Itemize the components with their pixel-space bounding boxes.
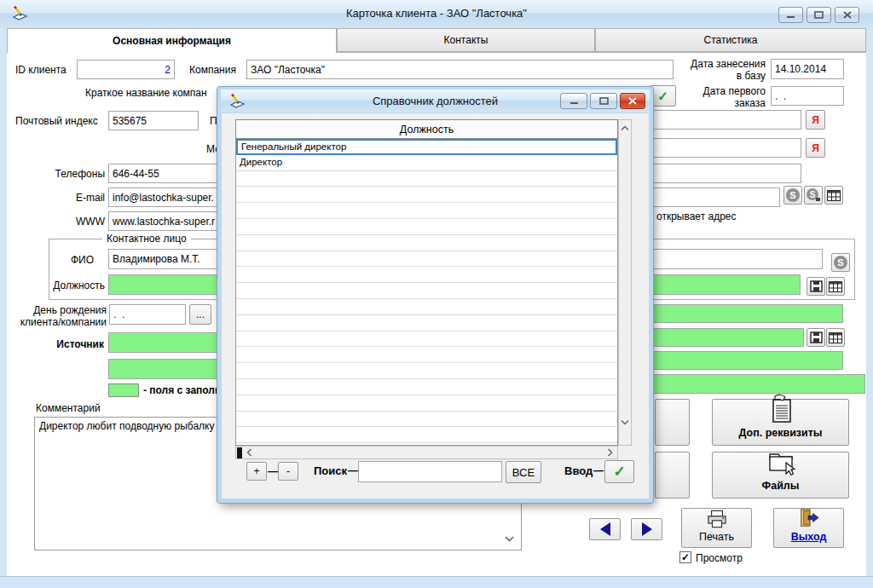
opens-address-note: открывает адрес [656, 210, 737, 222]
date-added-input[interactable] [771, 59, 844, 79]
scroll-down-icon[interactable] [619, 416, 631, 428]
grid-icon[interactable] [826, 328, 845, 347]
enter-label: Ввод [564, 464, 593, 477]
skype-icon[interactable]: S [831, 253, 850, 272]
remove-row-button[interactable]: - [278, 462, 298, 481]
minimize-button[interactable] [778, 7, 803, 23]
scroll-up-icon[interactable] [619, 122, 631, 134]
first-order-label: Дата первого заказа [680, 85, 766, 109]
list-item[interactable] [236, 219, 617, 235]
check-icon: ✓ [613, 463, 625, 481]
column-header-label: Должность [400, 124, 454, 135]
button-label: Доп. реквизиты [738, 427, 822, 439]
tab-statistics[interactable]: Статистика [595, 28, 866, 52]
hidden-button-2[interactable] [655, 452, 690, 499]
postal-code-label: Почтовый индекс [15, 115, 98, 127]
list-item[interactable] [236, 315, 617, 331]
dialog-close-button[interactable] [620, 93, 645, 109]
green-field-r1[interactable] [652, 304, 843, 323]
birthday-input[interactable] [109, 304, 186, 325]
list-item[interactable] [236, 299, 617, 315]
exit-door-icon [798, 508, 820, 528]
dialog-minimize-button[interactable] [560, 93, 587, 109]
list-item[interactable] [236, 395, 617, 412]
list-item[interactable] [236, 283, 617, 299]
list-item[interactable] [236, 235, 617, 251]
list-item[interactable] [236, 427, 617, 443]
scroll-down-icon[interactable] [505, 535, 514, 542]
add-row-button[interactable]: + [246, 462, 267, 481]
list-item[interactable] [236, 331, 617, 348]
list-item[interactable] [236, 379, 617, 395]
dialog-maximize-button[interactable] [590, 93, 617, 109]
tab-main-info[interactable]: Основная информация [7, 28, 337, 53]
ellipsis-button[interactable]: ... [189, 304, 211, 325]
preview-checkbox[interactable]: ✓ [679, 551, 691, 563]
confirm-button[interactable]: ✓ [604, 460, 634, 483]
company-ok-button[interactable]: ✓ [650, 85, 676, 107]
extra-requisites-button[interactable]: Доп. реквизиты [712, 399, 849, 446]
birthday-label: День рождения клиента/компании [5, 304, 107, 328]
tab-label: Основная информация [113, 35, 231, 47]
main-titlebar: Карточка клиента - ЗАО "Ласточка" [0, 0, 873, 29]
close-button[interactable] [835, 7, 859, 23]
green-field-r3[interactable] [652, 351, 843, 370]
folder-cursor-icon [764, 448, 798, 477]
skype-call-icon[interactable]: S [804, 186, 823, 205]
next-record-button[interactable] [631, 518, 662, 540]
reference-icon[interactable] [807, 277, 825, 296]
skype-icon[interactable]: S [783, 186, 802, 205]
client-id-input[interactable] [77, 60, 175, 79]
list-item[interactable]: Генеральный директор [236, 139, 617, 155]
list-item[interactable] [236, 412, 617, 428]
dash-connector: — [268, 465, 278, 477]
files-button[interactable]: Файлы [712, 452, 849, 499]
vertical-scrollbar[interactable] [618, 119, 632, 446]
first-order-input[interactable] [771, 86, 844, 106]
list-item[interactable] [236, 203, 617, 219]
yandex-button-2[interactable]: Я [806, 138, 825, 158]
list-item[interactable] [236, 171, 617, 187]
ya-letter: Я [812, 114, 819, 126]
svg-text:S: S [837, 257, 843, 268]
list-item[interactable] [236, 267, 617, 283]
hidden-button-1[interactable] [655, 399, 690, 446]
search-input[interactable] [358, 461, 502, 482]
green-field-r2[interactable] [652, 328, 804, 347]
maximize-button[interactable] [807, 7, 831, 23]
green-field-r4[interactable] [652, 374, 865, 394]
tab-label: Контакты [444, 34, 489, 46]
client-id-label: ID клиента [15, 64, 66, 76]
list-item[interactable] [236, 187, 617, 203]
svg-text:S: S [810, 190, 816, 199]
scrollbar-thumb[interactable] [237, 447, 242, 458]
prev-record-button[interactable] [589, 518, 621, 540]
phones-label: Телефоны [34, 168, 105, 180]
postal-code-input[interactable] [108, 111, 199, 130]
position-label: Должность [34, 280, 105, 291]
list-item[interactable] [236, 347, 617, 363]
list-item[interactable] [236, 363, 617, 379]
list-item[interactable]: Директор [236, 155, 617, 171]
company-input[interactable] [246, 60, 674, 79]
horizontal-scrollbar[interactable] [235, 446, 618, 459]
green-legend-swatch [108, 383, 139, 397]
fio-label: ФИО [34, 254, 94, 266]
left-frame [0, 28, 7, 576]
print-button[interactable]: Печать [681, 508, 752, 548]
button-label: Печать [699, 531, 734, 543]
grid-icon[interactable] [826, 277, 845, 296]
comment-label: Комментарий [36, 402, 101, 414]
tab-label: Статистика [703, 34, 757, 46]
all-button[interactable]: ВСЕ [506, 461, 541, 483]
grid-icon[interactable] [824, 186, 843, 205]
yandex-button-1[interactable]: Я [806, 110, 825, 130]
list-item[interactable] [236, 251, 617, 268]
right-frame [866, 28, 873, 576]
scroll-left-icon[interactable] [243, 447, 255, 458]
tab-contacts[interactable]: Контакты [337, 28, 595, 52]
reference-icon[interactable] [807, 328, 825, 347]
button-label: Файлы [762, 480, 800, 492]
scroll-right-icon[interactable] [604, 447, 616, 458]
exit-button[interactable]: Выход [773, 508, 844, 548]
